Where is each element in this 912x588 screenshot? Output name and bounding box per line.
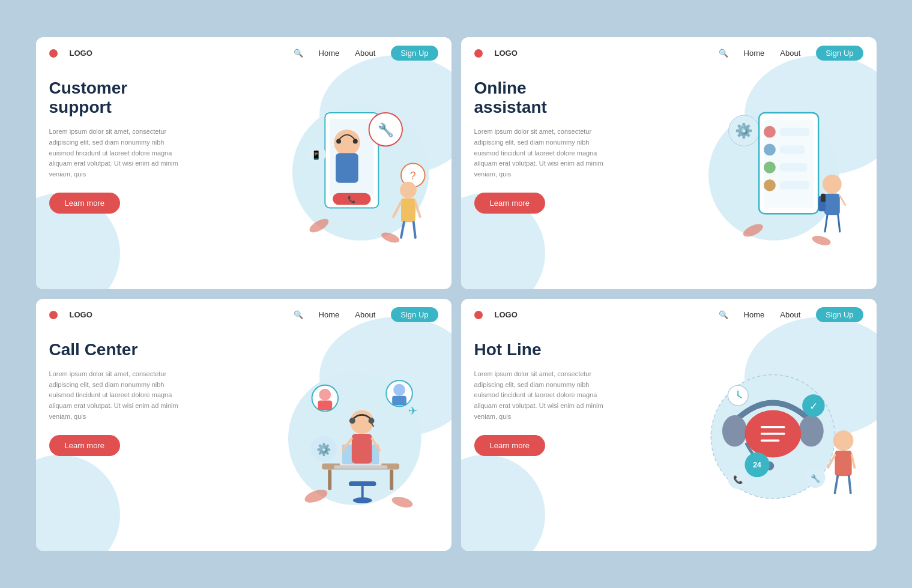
svg-text:📞: 📞 (348, 194, 356, 203)
svg-text:🔧: 🔧 (378, 121, 394, 137)
card-left-3: Call Center Lorem ipsum dolor sit amet, … (49, 334, 225, 533)
nav-search-3[interactable]: 🔍 (294, 310, 303, 319)
learn-more-btn-3[interactable]: Learn more (49, 435, 120, 456)
learn-more-btn-4[interactable]: Learn more (474, 435, 545, 456)
card-body-3: Call Center Lorem ipsum dolor sit amet, … (36, 328, 451, 551)
svg-rect-67 (392, 395, 406, 405)
card-left-1: Customer support Lorem ipsum dolor sit a… (49, 73, 225, 271)
svg-line-40 (840, 196, 845, 205)
nav-signup-1[interactable]: Sign Up (391, 46, 438, 61)
nav-about-1[interactable]: About (355, 49, 375, 58)
svg-text:?: ? (410, 169, 416, 181)
svg-point-7 (336, 139, 341, 143)
svg-rect-29 (780, 127, 810, 136)
nav-about-4[interactable]: About (780, 310, 800, 319)
svg-point-63 (319, 388, 331, 400)
nav-about-3[interactable]: About (355, 310, 375, 319)
logo-text-1: LOGO (70, 49, 92, 58)
logo-dot-4 (474, 311, 483, 319)
svg-point-30 (764, 143, 776, 155)
card-illustration-4: 24 ✓ 📞 🔧 (649, 334, 863, 533)
nav-signup-3[interactable]: Sign Up (391, 307, 438, 322)
card-title-1: Customer support (49, 79, 225, 117)
svg-line-96 (835, 476, 838, 493)
scene-svg-4: 24 ✓ 📞 🔧 (649, 350, 863, 518)
card-call-center: LOGO 🔍 Home About Sign Up Call Center Lo… (36, 299, 451, 551)
svg-point-8 (353, 139, 358, 143)
svg-rect-47 (328, 469, 331, 490)
svg-line-41 (825, 215, 827, 232)
svg-point-34 (764, 179, 776, 191)
svg-rect-37 (824, 193, 840, 215)
learn-more-btn-2[interactable]: Learn more (474, 193, 545, 214)
learn-more-btn-1[interactable]: Learn more (49, 193, 120, 214)
nav-search-4[interactable]: 🔍 (719, 310, 728, 319)
nav-home-1[interactable]: Home (319, 49, 340, 58)
nav-about-2[interactable]: About (780, 49, 800, 58)
logo-dot-1 (49, 49, 58, 58)
svg-text:✈: ✈ (408, 405, 417, 417)
svg-rect-31 (780, 145, 805, 154)
svg-text:🔧: 🔧 (811, 473, 821, 483)
svg-rect-33 (780, 163, 808, 172)
svg-point-92 (833, 430, 854, 451)
svg-text:📞: 📞 (733, 474, 743, 484)
scene-svg-2: ⚙️ (649, 88, 863, 256)
nav-signup-2[interactable]: Sign Up (816, 46, 863, 61)
navbar-4: LOGO 🔍 Home About Sign Up (461, 299, 877, 328)
svg-point-32 (764, 161, 776, 173)
svg-line-97 (849, 476, 851, 493)
logo-text-4: LOGO (495, 310, 518, 319)
nav-home-4[interactable]: Home (744, 310, 765, 319)
nav-home-2[interactable]: Home (744, 49, 765, 58)
svg-rect-51 (334, 465, 387, 469)
card-body-4: Hot Line Lorem ipsum dolor sit amet, con… (461, 328, 877, 551)
card-illustration-3: ⚙️ ✈ (224, 334, 438, 533)
card-left-4: Hot Line Lorem ipsum dolor sit amet, con… (474, 334, 650, 533)
svg-rect-35 (780, 181, 810, 189)
card-body-2: Online assistant Lorem ipsum dolor sit a… (461, 67, 877, 289)
logo-dot-2 (474, 49, 483, 58)
cards-grid: LOGO 🔍 Home About Sign Up Customer suppo… (36, 37, 877, 551)
svg-point-28 (764, 125, 776, 137)
svg-point-54 (369, 418, 375, 424)
svg-point-36 (823, 174, 842, 193)
nav-signup-4[interactable]: Sign Up (816, 307, 863, 322)
card-title-4: Hot Line (474, 340, 650, 359)
svg-line-95 (852, 455, 855, 467)
card-hot-line: LOGO 🔍 Home About Sign Up Hot Line Lorem… (461, 299, 877, 551)
card-customer-support: LOGO 🔍 Home About Sign Up Customer suppo… (36, 37, 451, 289)
svg-rect-93 (835, 451, 852, 476)
svg-point-44 (811, 234, 832, 247)
svg-rect-14 (401, 198, 415, 222)
nav-search-2[interactable]: 🔍 (719, 49, 728, 58)
svg-rect-56 (352, 434, 372, 464)
logo-dot-3 (49, 311, 58, 319)
svg-point-13 (400, 181, 417, 198)
svg-point-75 (799, 415, 824, 447)
scene-svg-3: ⚙️ ✈ (224, 350, 438, 518)
card-illustration-2: ⚙️ (649, 73, 863, 271)
nav-search-1[interactable]: 🔍 (294, 49, 303, 58)
navbar-3: LOGO 🔍 Home About Sign Up (36, 299, 451, 328)
card-illustration-1: 📞 🔧 ? (224, 73, 438, 271)
card-body-1: Customer support Lorem ipsum dolor sit a… (36, 67, 451, 289)
card-desc-4: Lorem ipsum dolor sit amet, consectetur … (474, 369, 606, 422)
svg-line-42 (838, 215, 840, 232)
card-title-3: Call Center (49, 340, 225, 359)
navbar-2: LOGO 🔍 Home About Sign Up (461, 37, 877, 67)
card-title-2: Online assistant (474, 79, 650, 117)
card-desc-3: Lorem ipsum dolor sit amet, consectetur … (49, 369, 181, 422)
svg-point-53 (349, 418, 355, 424)
nav-home-3[interactable]: Home (319, 310, 340, 319)
svg-text:📱: 📱 (311, 150, 322, 160)
svg-line-18 (414, 222, 415, 238)
svg-text:24: 24 (753, 461, 761, 469)
svg-text:⚙️: ⚙️ (316, 442, 331, 456)
card-desc-2: Lorem ipsum dolor sit amet, consectetur … (474, 127, 606, 179)
svg-rect-59 (349, 481, 376, 486)
svg-point-74 (722, 415, 747, 447)
svg-rect-39 (821, 193, 826, 202)
svg-rect-6 (336, 153, 358, 183)
logo-text-2: LOGO (495, 49, 518, 58)
